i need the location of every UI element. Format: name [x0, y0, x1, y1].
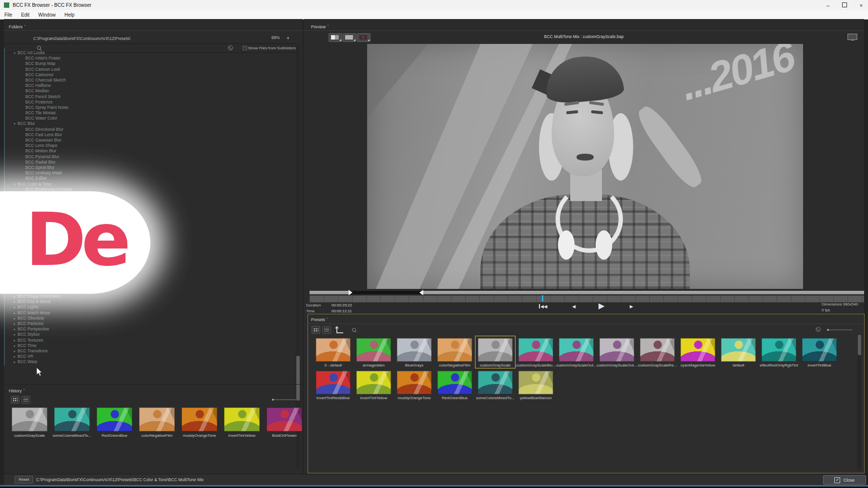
presets-search-input[interactable] — [359, 327, 808, 333]
tree-item[interactable]: BCC Unsharp Mask — [4, 170, 292, 176]
history-item[interactable]: invertTintYellow — [224, 407, 267, 438]
preset-item[interactable]: customGrayScaleBlu... — [516, 336, 556, 368]
menu-window[interactable]: Window — [34, 12, 60, 18]
preset-item[interactable]: effectRedOnlyRgbTint — [759, 336, 799, 368]
tree-item[interactable]: BCC Lens Shape — [4, 143, 292, 148]
next-frame-button[interactable]: ▶ — [630, 304, 633, 309]
tree-item[interactable]: BCC Directional Blur — [4, 127, 292, 132]
tree-item[interactable]: BCC Pencil Sketch — [4, 94, 292, 100]
presets-scrollbar[interactable] — [857, 335, 861, 469]
maximize-button[interactable] — [841, 2, 848, 8]
preset-item[interactable]: customGrayScaleRe... — [637, 336, 678, 368]
tree-item[interactable]: BCC Charcoal Sketch — [4, 78, 292, 83]
tree-folder[interactable]: ▸BCC Particles — [4, 321, 292, 326]
tree-folder[interactable]: ▸BCC VR — [4, 354, 292, 359]
clear-search-icon[interactable] — [228, 45, 233, 50]
reset-button[interactable]: Reset — [15, 476, 33, 484]
tree-item[interactable]: BCC Tile Mosaic — [4, 110, 292, 116]
preset-item[interactable]: cyanMagentaYellow — [678, 336, 718, 368]
preset-item[interactable]: RedGreenBlue — [434, 368, 475, 401]
folder-path-select[interactable]: C:\ProgramData\BorisFX\ContinuumAVX\12\P… — [4, 34, 297, 44]
tree-item[interactable]: BCC Cartoon Look — [4, 67, 292, 72]
tab-presets[interactable]: Presets — [310, 316, 330, 323]
presets-search-icon[interactable] — [352, 328, 356, 332]
tree-item[interactable]: BCC Spiral Blur — [4, 165, 292, 170]
tree-folder[interactable]: ▸BCC Textures — [4, 338, 292, 343]
history-item[interactable]: customGrayScale — [12, 407, 54, 438]
history-item[interactable]: RedGreenBlue — [97, 407, 139, 438]
tree-item[interactable]: BCC Halftone — [4, 83, 292, 88]
preset-item[interactable]: customGrayScaleOut... — [597, 336, 637, 368]
tree-item[interactable]: BCC Pyramid Blur — [4, 154, 292, 160]
timeline-ruler[interactable] — [310, 295, 864, 303]
preset-item[interactable]: invertTintBlue — [799, 336, 840, 368]
tab-preview[interactable]: Preview — [310, 23, 331, 30]
tree-folder[interactable]: ▸BCC Stylize — [4, 332, 292, 337]
tree-folder[interactable]: ▸BCC Perspective — [4, 326, 292, 332]
tree-folder[interactable]: ▸BCC Key & Blend — [4, 299, 292, 305]
tree-folder[interactable]: ▸BCC Transitions — [4, 348, 292, 354]
slider-handle[interactable] — [272, 399, 274, 401]
folders-scrollbar[interactable] — [296, 46, 300, 469]
tree-item[interactable]: BCC Spray Paint Noise — [4, 105, 292, 110]
folder-up-button[interactable] — [335, 326, 344, 334]
history-item[interactable]: BoldOnFlower — [267, 407, 303, 438]
tree-item[interactable]: BCC Radial Blur — [4, 160, 292, 165]
tree-folder[interactable]: ▾BCC Art Looks — [4, 50, 292, 56]
menu-edit[interactable]: Edit — [17, 12, 34, 18]
subfolders-checkbox[interactable]: ✕ — [243, 46, 247, 50]
playhead[interactable] — [542, 295, 543, 302]
close-window-button[interactable]: × — [857, 2, 865, 8]
preset-item[interactable]: armagedden — [353, 336, 394, 368]
menu-file[interactable]: File — [0, 12, 17, 18]
minimize-button[interactable]: – — [824, 2, 832, 8]
tab-history[interactable]: History — [8, 387, 26, 394]
tree-item[interactable]: BCC Artist's Poster — [4, 56, 292, 61]
thumbnail-size-slider[interactable] — [827, 329, 852, 330]
slider-handle[interactable] — [827, 329, 829, 331]
tree-item[interactable]: BCC Posterize — [4, 100, 292, 105]
menu-help[interactable]: Help — [60, 12, 79, 18]
preset-item[interactable]: colorNegativeFilm — [434, 336, 475, 368]
preset-item[interactable]: yellowBlueMaroon — [516, 368, 556, 401]
preset-item[interactable]: invertTintRed&Blue — [313, 368, 353, 401]
preset-item[interactable]: customGrayScaleOut... — [556, 336, 597, 368]
tree-item[interactable]: BCC Cartooner — [4, 72, 292, 78]
presets-clear-icon[interactable] — [816, 327, 821, 332]
prev-frame-button[interactable]: ◀ — [572, 304, 576, 309]
presets-grid-view-button[interactable] — [311, 326, 320, 334]
scrollbar-thumb[interactable] — [296, 356, 300, 401]
tree-folder[interactable]: ▸BCC Warp — [4, 359, 292, 365]
tree-item[interactable]: BCC Fast Lens Blur — [4, 132, 292, 138]
preset-item[interactable]: someColorsMixedTo... — [475, 368, 516, 401]
tree-folder[interactable]: ▾BCC Blur — [4, 121, 292, 126]
tree-folder[interactable]: ▸BCC Time — [4, 343, 292, 348]
tree-folder[interactable]: ▸BCC Image Restoration — [4, 294, 292, 299]
history-list-view-button[interactable] — [21, 396, 30, 404]
tree-folder[interactable]: ▸BCC Lights — [4, 305, 292, 310]
tree-item[interactable]: BCC Motion Blur — [4, 148, 292, 154]
preset-item[interactable]: BlueGrays — [394, 336, 434, 368]
go-to-start-button[interactable]: ◀◀ — [539, 304, 547, 309]
trim-bar[interactable] — [310, 291, 864, 294]
close-button[interactable]: ✓ Close — [823, 475, 866, 485]
history-item[interactable]: muddyOrangeTone — [182, 407, 224, 438]
external-monitor-icon[interactable] — [847, 34, 857, 40]
preset-item[interactable]: muddyOrangeTone — [394, 368, 434, 401]
preset-item[interactable]: customGrayScale — [475, 336, 516, 368]
tree-item[interactable]: BCC Median — [4, 88, 292, 94]
tree-item[interactable]: BCC Gaussian Blur — [4, 138, 292, 143]
history-size-slider[interactable] — [272, 399, 299, 400]
scrollbar-thumb[interactable] — [858, 335, 861, 355]
tree-folder[interactable]: ▸BCC Match Move — [4, 310, 292, 316]
presets-list-view-button[interactable] — [322, 326, 331, 334]
history-item[interactable]: someColorsMixedTo... — [54, 407, 97, 438]
history-item[interactable]: colorNegativeFilm — [139, 407, 182, 438]
play-button[interactable]: ▶ — [599, 301, 604, 310]
tree-item[interactable]: BCC Water Color — [4, 116, 292, 121]
preset-item[interactable]: invertTintYellow — [353, 368, 394, 401]
history-grid-view-button[interactable] — [11, 396, 20, 404]
tree-folder[interactable]: ▸BCC Obsolete — [4, 316, 292, 321]
tree-item[interactable]: BCC Z-Blur — [4, 176, 292, 181]
tree-item[interactable]: BCC Bump Map — [4, 61, 292, 66]
